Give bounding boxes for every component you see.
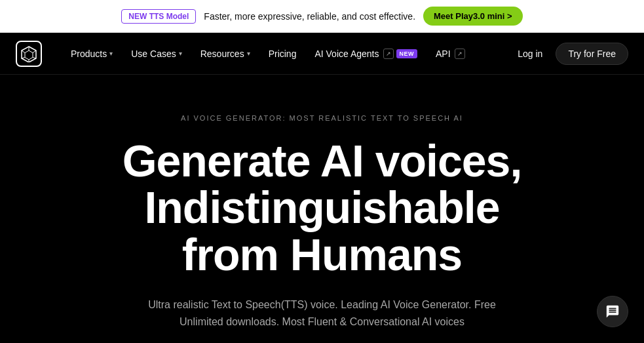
nav-item-pricing[interactable]: Pricing (261, 43, 305, 64)
hero-section: AI VOICE GENERATOR: MOST REALISTIC TEXT … (0, 75, 644, 343)
nav-items: Products ▾ Use Cases ▾ Resources ▾ Prici… (63, 43, 510, 64)
announcement-bar: NEW TTS Model Faster, more expressive, r… (0, 0, 644, 33)
svg-marker-1 (25, 50, 33, 60)
navbar: Products ▾ Use Cases ▾ Resources ▾ Prici… (0, 33, 644, 75)
hero-title: Generate AI voices, Indistinguishable fr… (93, 138, 552, 278)
logo-icon (16, 41, 42, 67)
nav-item-api[interactable]: API ↗ (428, 43, 473, 64)
announcement-cta-button[interactable]: Meet Play3.0 mini > (423, 7, 523, 26)
chat-icon (605, 304, 620, 319)
external-link-icon: ↗ (383, 49, 394, 59)
nav-right: Log in Try for Free (510, 43, 628, 65)
login-button[interactable]: Log in (510, 43, 550, 64)
chevron-down-icon: ▾ (179, 50, 182, 57)
chevron-down-icon: ▾ (109, 50, 113, 57)
logo[interactable] (16, 41, 42, 67)
hero-eyebrow: AI VOICE GENERATOR: MOST REALISTIC TEXT … (181, 114, 463, 122)
nav-item-resources[interactable]: Resources ▾ (193, 43, 258, 64)
nav-item-products[interactable]: Products ▾ (63, 43, 121, 64)
external-link-icon: ↗ (455, 49, 465, 59)
try-for-free-button[interactable]: Try for Free (556, 43, 628, 65)
hero-subtitle: Ultra realistic Text to Speech(TTS) voic… (139, 296, 506, 330)
chat-widget-button[interactable] (597, 296, 628, 327)
announcement-badge: NEW TTS Model (121, 9, 196, 24)
nav-item-use-cases[interactable]: Use Cases ▾ (123, 43, 189, 64)
announcement-text: Faster, more expressive, reliable, and c… (204, 11, 415, 22)
chevron-down-icon: ▾ (247, 50, 250, 57)
nav-item-ai-voice-agents[interactable]: AI Voice Agents ↗ NEW (307, 43, 425, 64)
